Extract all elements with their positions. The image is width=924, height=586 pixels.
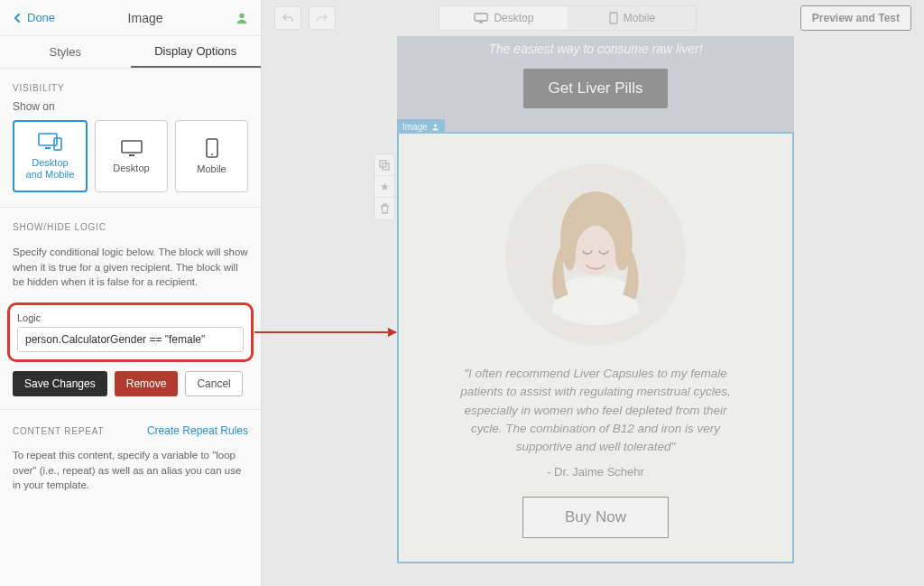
- trash-icon: [380, 203, 390, 214]
- logic-highlight: Logic: [7, 302, 254, 362]
- redo-button[interactable]: [309, 6, 336, 30]
- logic-button-row: Save Changes Remove Cancel: [0, 371, 261, 396]
- canvas-topbar: Desktop Mobile Preview and Test: [262, 0, 924, 36]
- svg-point-13: [434, 124, 437, 126]
- editor-canvas: Desktop Mobile Preview and Test ★ The ea…: [262, 0, 924, 586]
- block-toolbar: ★: [374, 153, 395, 220]
- annotation-arrow: [254, 331, 396, 333]
- view-segmented: Desktop Mobile: [439, 5, 697, 31]
- mobile-icon: [609, 12, 618, 24]
- desktop-mobile-icon: [38, 132, 63, 152]
- svg-point-7: [211, 153, 213, 155]
- logic-description: Specify conditional logic below. The blo…: [0, 239, 261, 299]
- cancel-button[interactable]: Cancel: [185, 371, 242, 396]
- logic-label: Logic: [17, 312, 244, 323]
- desktop-icon: [120, 139, 143, 157]
- image-block[interactable]: Image "I often recommend Liver Capsules …: [397, 132, 794, 563]
- tab-styles[interactable]: Styles: [0, 36, 131, 68]
- redo-icon: [316, 12, 328, 24]
- person-icon: [431, 123, 439, 131]
- svg-rect-4: [122, 141, 142, 153]
- show-on-label: Show on: [0, 100, 261, 120]
- section-content-repeat: CONTENT REPEAT: [13, 426, 104, 436]
- svg-rect-3: [54, 138, 61, 150]
- editor-sidebar: Done Image Styles Display Options VISIBI…: [0, 0, 262, 586]
- showon-desktop[interactable]: Desktop: [95, 120, 168, 192]
- mobile-icon: [206, 138, 218, 158]
- favorite-button[interactable]: ★: [374, 176, 394, 198]
- section-visibility: VISIBILITY: [0, 69, 261, 100]
- view-mobile-label: Mobile: [624, 12, 655, 24]
- showon-desktop-and-mobile[interactable]: Desktop and Mobile: [13, 120, 88, 192]
- undo-button[interactable]: [274, 6, 301, 30]
- avatar-illustration: [505, 164, 686, 345]
- tab-display-options[interactable]: Display Options: [131, 36, 262, 68]
- view-mobile[interactable]: Mobile: [568, 6, 696, 30]
- svg-rect-5: [129, 154, 134, 156]
- block-tag-label: Image: [402, 122, 428, 132]
- done-label: Done: [27, 11, 55, 24]
- svg-rect-10: [610, 13, 617, 23]
- block-tag: Image: [397, 119, 445, 134]
- person-icon: [236, 12, 248, 24]
- showon-desktop-label: Desktop: [113, 163, 149, 173]
- testimonial-quote: "I often recommend Liver Capsules to my …: [451, 365, 740, 456]
- view-desktop-label: Desktop: [494, 12, 533, 24]
- repeat-description: To repeat this content, specify a variab…: [0, 442, 261, 502]
- showon-mobile-label: Mobile: [197, 163, 226, 174]
- sidebar-title: Image: [55, 11, 236, 25]
- logic-input[interactable]: [17, 327, 244, 352]
- svg-rect-8: [475, 14, 487, 21]
- section-show-hide-logic: SHOW/HIDE LOGIC: [0, 208, 261, 239]
- testimonial-attribution: - Dr. Jaime Schehr: [417, 465, 774, 479]
- duplicate-button[interactable]: [374, 154, 394, 176]
- save-changes-button[interactable]: Save Changes: [13, 371, 107, 396]
- hero-block[interactable]: The easiest way to consume raw liver! Ge…: [397, 36, 794, 132]
- done-button[interactable]: Done: [13, 11, 55, 24]
- showon-mobile[interactable]: Mobile: [175, 120, 248, 192]
- sidebar-header: Done Image: [0, 0, 261, 36]
- create-repeat-rules-link[interactable]: Create Repeat Rules: [147, 424, 248, 437]
- undo-icon: [282, 12, 294, 24]
- buy-now-button[interactable]: Buy Now: [522, 497, 669, 538]
- desktop-icon: [474, 13, 488, 23]
- showon-both-label: Desktop and Mobile: [26, 157, 75, 181]
- sidebar-tabs: Styles Display Options: [0, 36, 261, 69]
- svg-rect-2: [45, 147, 51, 149]
- remove-button[interactable]: Remove: [115, 371, 179, 396]
- copy-icon: [379, 160, 390, 171]
- svg-point-0: [239, 13, 244, 17]
- email-preview: The easiest way to consume raw liver! Ge…: [397, 36, 794, 563]
- svg-rect-9: [479, 22, 483, 23]
- show-on-options: Desktop and Mobile Desktop Mobile: [0, 120, 261, 207]
- view-desktop[interactable]: Desktop: [439, 6, 568, 30]
- delete-button[interactable]: [374, 198, 394, 219]
- preview-and-test-button[interactable]: Preview and Test: [800, 5, 911, 31]
- hero-cta-button[interactable]: Get Liver Pills: [523, 69, 669, 108]
- content-repeat-header: CONTENT REPEAT Create Repeat Rules: [0, 410, 261, 442]
- hero-subtitle: The easiest way to consume raw liver!: [411, 42, 780, 56]
- arrow-left-icon: [13, 13, 23, 23]
- testimonial-avatar: [505, 164, 686, 345]
